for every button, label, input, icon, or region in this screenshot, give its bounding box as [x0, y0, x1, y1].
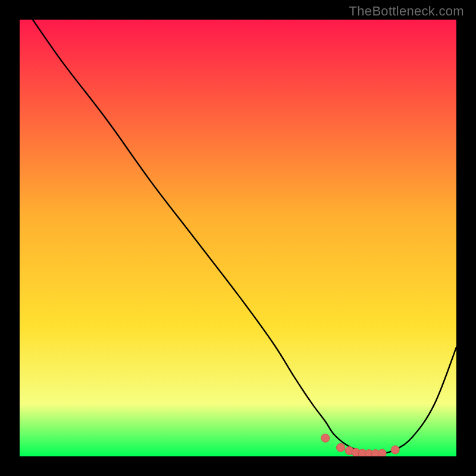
optimal-marker	[391, 446, 399, 454]
optimal-marker	[378, 449, 386, 456]
chart-frame: TheBottleneck.com	[0, 0, 476, 476]
optimal-marker	[337, 443, 345, 452]
optimal-marker	[321, 434, 330, 442]
watermark-text: TheBottleneck.com	[349, 4, 464, 19]
bottleneck-chart	[20, 20, 456, 456]
gradient-background	[20, 20, 456, 456]
